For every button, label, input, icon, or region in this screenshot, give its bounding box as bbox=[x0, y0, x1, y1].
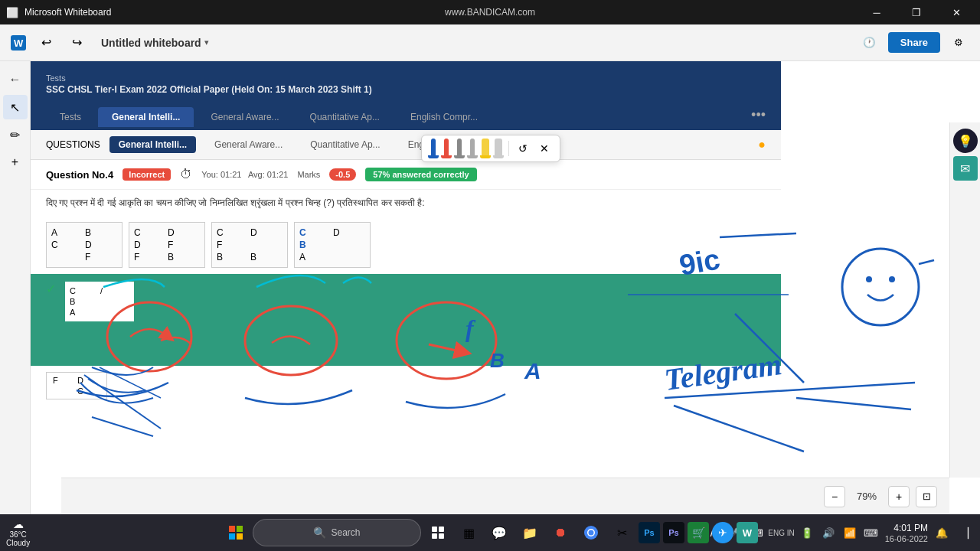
zoom-out-button[interactable]: − bbox=[824, 486, 845, 507]
settings-button[interactable]: ⚙ bbox=[946, 31, 971, 55]
option-b[interactable]: CD DF FB bbox=[129, 222, 205, 268]
pen-tool[interactable]: ✏ bbox=[3, 122, 28, 147]
ps2-button[interactable]: Ps bbox=[663, 522, 684, 543]
taskbar-search[interactable]: 🔍 Search bbox=[253, 519, 421, 546]
sound-icon[interactable]: 🔊 bbox=[819, 523, 838, 542]
select-tool[interactable]: ↖ bbox=[3, 95, 28, 119]
app-favicon: ⬜ bbox=[6, 7, 18, 18]
ps-button[interactable]: Ps bbox=[639, 522, 660, 543]
time-display[interactable]: 4:01 PM 16-06-2022 bbox=[885, 523, 928, 543]
bottom-content: FD C bbox=[31, 366, 781, 427]
lamp-tool[interactable]: 💡 bbox=[953, 129, 978, 153]
telegram-taskbar-button[interactable]: ✈ bbox=[712, 522, 733, 543]
left-sidebar: ← ↖ ✏ + bbox=[0, 61, 31, 514]
gray2-pen[interactable] bbox=[467, 139, 478, 158]
svg-line-9 bbox=[919, 260, 934, 264]
svg-point-7 bbox=[866, 276, 872, 282]
app-toolbar: W ↩ ↪ Untitled whiteboard ▾ 🕐 Share ⚙ bbox=[0, 24, 980, 61]
zoom-in-button[interactable]: + bbox=[888, 486, 910, 507]
widgets-button[interactable]: ▦ bbox=[455, 519, 482, 546]
canvas-area[interactable]: Tests SSC CHSL Tier-I Exam 2022 Official… bbox=[31, 61, 980, 514]
quant-tab[interactable]: Quantitative Ap... bbox=[301, 136, 389, 153]
tabs-more-icon[interactable]: ••• bbox=[751, 107, 766, 127]
battery-icon[interactable]: 🔋 bbox=[798, 523, 816, 542]
whiteboard-taskbar-button[interactable]: W bbox=[737, 522, 758, 543]
clock: 4:01 PM bbox=[893, 523, 928, 533]
show-desktop-button[interactable]: ▕ bbox=[956, 523, 974, 542]
file-explorer-button[interactable]: 📁 bbox=[516, 519, 544, 546]
option-a[interactable]: AB CD F bbox=[46, 222, 122, 268]
exam-tabs: Tests General Intelli... General Aware..… bbox=[31, 107, 781, 130]
weather-widget[interactable]: ☁ 36°C Cloudy bbox=[0, 518, 36, 547]
red-pen[interactable] bbox=[441, 139, 452, 158]
zoom-level: 79% bbox=[851, 491, 882, 502]
minimize-button[interactable]: ─ bbox=[859, 0, 894, 24]
share-button[interactable]: Share bbox=[888, 32, 940, 53]
svg-rect-20 bbox=[237, 526, 243, 532]
fit-to-screen-button[interactable]: ⊡ bbox=[916, 486, 937, 507]
wifi-icon[interactable]: 📶 bbox=[841, 523, 859, 542]
snip-button[interactable]: ✂ bbox=[608, 519, 635, 546]
light-marker[interactable] bbox=[493, 139, 504, 158]
notification-icon[interactable]: 🔔 bbox=[933, 523, 951, 542]
yellow-highlighter[interactable] bbox=[480, 139, 491, 158]
picker-divider bbox=[508, 141, 509, 156]
alert-icon: ● bbox=[758, 138, 766, 152]
options-grid: AB CD F CD DF FB CD F BB bbox=[31, 216, 781, 274]
app-title: Microsoft Whiteboard bbox=[24, 7, 111, 18]
redo-button[interactable]: ↪ bbox=[64, 31, 89, 55]
app-logo: W bbox=[9, 34, 28, 52]
title-bar: ⬜ Microsoft Whiteboard www.BANDICAM.com … bbox=[0, 0, 980, 24]
exam-tab-3[interactable]: Quantitative Ap... bbox=[296, 107, 394, 127]
toolbar-right: 🕐 Share ⚙ bbox=[858, 31, 971, 55]
title-section: Untitled whiteboard ▾ bbox=[101, 37, 209, 49]
zoom-bar: − 79% + ⊡ bbox=[61, 478, 949, 514]
exam-tab-4[interactable]: English Compr... bbox=[397, 107, 492, 127]
general-aware-tab[interactable]: General Aware... bbox=[205, 136, 292, 153]
history-button[interactable]: 🕐 bbox=[858, 31, 882, 55]
record-button[interactable]: ⏺ bbox=[547, 519, 574, 546]
restore-button[interactable]: ❐ bbox=[899, 0, 934, 24]
general-intelli-tab[interactable]: General Intelli... bbox=[109, 136, 196, 153]
store-button[interactable]: 🛒 bbox=[688, 522, 709, 543]
question-info: Question No.4 Incorrect ⏱ You: 01:21 Avg… bbox=[31, 160, 781, 190]
title-dropdown-icon[interactable]: ▾ bbox=[204, 37, 209, 47]
correct-pct: 57% answered correctly bbox=[365, 168, 476, 181]
whiteboard-title: Untitled whiteboard bbox=[101, 37, 201, 49]
gray-pen[interactable] bbox=[454, 139, 465, 158]
start-button[interactable] bbox=[222, 519, 250, 546]
reset-button[interactable]: ↺ bbox=[514, 139, 532, 158]
svg-rect-22 bbox=[237, 533, 243, 540]
exam-header: Tests SSC CHSL Tier-I Exam 2022 Official… bbox=[31, 61, 781, 107]
color-picker[interactable]: ↺ ✕ bbox=[421, 135, 560, 162]
answer-section: ✓ C/ B A bbox=[31, 274, 781, 366]
exam-tab-2[interactable]: General Aware... bbox=[197, 107, 292, 127]
svg-line-17 bbox=[796, 398, 911, 409]
taskview-button[interactable] bbox=[424, 519, 452, 546]
add-tool[interactable]: + bbox=[3, 150, 28, 174]
back-button[interactable]: ← bbox=[3, 67, 28, 92]
blue-pen[interactable] bbox=[428, 139, 439, 158]
picker-close-button[interactable]: ✕ bbox=[535, 139, 554, 158]
option-d[interactable]: CD B A bbox=[294, 222, 371, 268]
exam-tab-0[interactable]: Tests bbox=[46, 107, 95, 127]
svg-point-8 bbox=[889, 276, 895, 282]
watermark: www.BANDICAM.com bbox=[445, 7, 535, 18]
chat-button[interactable]: 💬 bbox=[485, 519, 513, 546]
search-icon: 🔍 bbox=[313, 527, 326, 539]
chrome-button[interactable] bbox=[577, 519, 605, 546]
lang-indicator[interactable]: ENG IN bbox=[768, 529, 794, 537]
marks-label: Marks bbox=[297, 170, 320, 179]
mail-tool[interactable]: ✉ bbox=[953, 156, 978, 181]
undo-button[interactable]: ↩ bbox=[34, 31, 58, 55]
keyboard-icon[interactable]: ⌨ bbox=[862, 523, 880, 542]
date: 16-06-2022 bbox=[885, 534, 928, 543]
svg-rect-23 bbox=[432, 527, 437, 532]
title-bar-left: ⬜ Microsoft Whiteboard bbox=[6, 7, 111, 18]
exam-tab-1[interactable]: General Intelli... bbox=[98, 107, 194, 127]
answer-check-icon: ✓ bbox=[46, 282, 56, 296]
close-button[interactable]: ✕ bbox=[939, 0, 974, 24]
taskbar: ☁ 36°C Cloudy 🔍 Search bbox=[0, 514, 980, 551]
sections-label: QUESTIONS bbox=[46, 139, 100, 150]
option-c[interactable]: CD F BB bbox=[211, 222, 288, 268]
